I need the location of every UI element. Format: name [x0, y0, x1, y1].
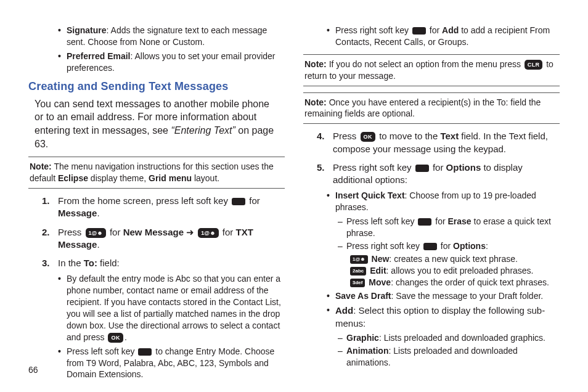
right-soft-key-icon [423, 243, 437, 250]
label-signature: Signature [67, 25, 107, 35]
step3-bullet-entry-mode: • Press left soft key to change Entry Mo… [58, 346, 285, 381]
clr-key-icon: CLR [525, 60, 542, 70]
key-2-icon: 2abc [350, 267, 366, 276]
note-menu-navigation: Note: The menu navigation instructions f… [28, 157, 285, 189]
sub-animation: – Animation: Lists preloaded and downloa… [338, 345, 560, 369]
step3-bullet-default-entry: • By default the entry mode is Abc so th… [58, 273, 285, 343]
step-4: 4. Press OK to move to the Text field. I… [317, 130, 560, 155]
step-1: 1. From the home screen, press left soft… [42, 195, 285, 220]
ok-key-icon: OK [361, 132, 376, 142]
note-remaining-fields-optional: Note: Once you have entered a recipient(… [303, 92, 560, 125]
note-no-option-selected: Note: If you do not select an option fro… [303, 54, 560, 86]
left-column: • Signature: Adds the signature text to … [28, 22, 285, 383]
sub-graphic: – Graphic: Lists preloaded and downloade… [338, 332, 560, 344]
option-new: 1@☻ New: creates a new quick text phrase… [349, 253, 560, 265]
right-soft-key-icon [415, 165, 429, 172]
bullet-add: • Add: Select this option to display the… [327, 304, 560, 330]
right-soft-key-icon [412, 27, 426, 35]
section-heading: Creating and Sending Text Messages [28, 79, 285, 94]
step-3: 3. In the To: field: [42, 257, 285, 269]
step-2: 2. Press 1@☻ for New Message ➜ 1@☻ for T… [42, 226, 285, 251]
bullet-signature: • Signature: Adds the signature text to … [58, 25, 285, 48]
left-soft-key-icon [232, 198, 245, 205]
manual-page: • Signature: Adds the signature text to … [0, 0, 588, 392]
left-soft-key-icon [138, 348, 152, 356]
key-3-icon: 3def [350, 279, 365, 287]
intro-paragraph: You can send text messages to another mo… [35, 97, 279, 150]
right-column: • Press right soft key for Add to add a … [303, 22, 560, 383]
sub-erase: – Press left soft key for Erase to erase… [338, 216, 560, 239]
columns: • Signature: Adds the signature text to … [28, 22, 560, 383]
page-number: 66 [28, 364, 38, 376]
bullet-save-as-draft: • Save As Draft: Save the message to you… [327, 290, 560, 302]
sub-options: – Press right soft key for Options: [338, 240, 560, 252]
option-move: 3def Move: changes the order of quick te… [349, 277, 560, 288]
key-1-icon: 1@☻ [350, 255, 368, 264]
option-edit: 2abc Edit: allows you to edit preloaded … [349, 265, 560, 277]
bullet-press-right-add: • Press right soft key for Add to add a … [327, 25, 560, 48]
key-1-icon: 1@☻ [86, 228, 106, 238]
ok-key-icon: OK [108, 333, 123, 343]
bullet-insert-quick-text: • Insert Quick Text: Choose from up to 1… [327, 190, 560, 213]
left-soft-key-icon [418, 218, 431, 226]
key-1-icon: 1@☻ [198, 228, 218, 238]
label-preferred-email: Preferred Email [67, 51, 131, 61]
bullet-preferred-email: • Preferred Email: Allows you to set you… [58, 51, 285, 74]
step-5: 5. Press right soft key for Options to d… [317, 161, 560, 187]
